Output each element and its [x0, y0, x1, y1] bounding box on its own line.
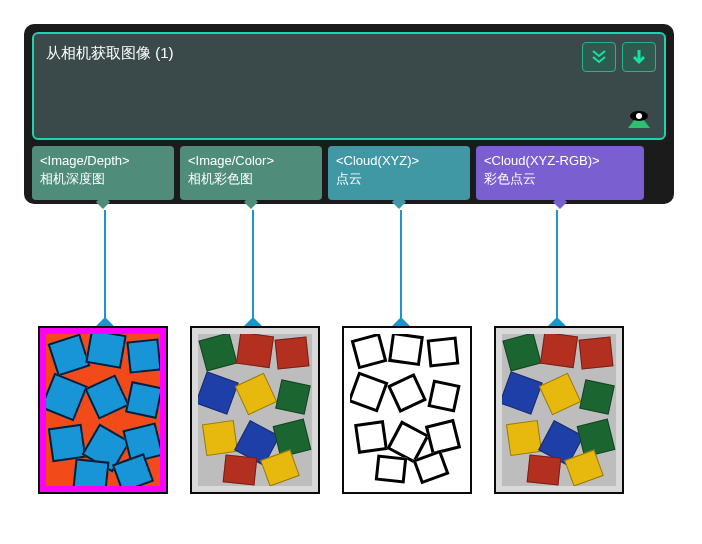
port-label: 点云 — [336, 170, 462, 188]
download-button[interactable] — [622, 42, 656, 72]
thumbnail-content — [350, 334, 464, 486]
port-label: 彩色点云 — [484, 170, 636, 188]
thumbnail-depth — [38, 326, 168, 494]
thumbnail-content — [198, 334, 312, 486]
thumbnail-cloud — [342, 326, 472, 494]
port-label: 相机深度图 — [40, 170, 166, 188]
output-port-depth[interactable]: <Image/Depth> 相机深度图 — [32, 146, 174, 200]
port-type: <Cloud(XYZ-RGB)> — [484, 152, 636, 170]
expand-all-button[interactable] — [582, 42, 616, 72]
port-type: <Cloud(XYZ)> — [336, 152, 462, 170]
visibility-icon[interactable] — [624, 108, 654, 132]
output-port-color[interactable]: <Image/Color> 相机彩色图 — [180, 146, 322, 200]
node-card: 从相机获取图像 (1) < — [24, 24, 674, 204]
thumbnail-color — [190, 326, 320, 494]
svg-point-2 — [636, 113, 642, 119]
thumbnail-content — [46, 334, 160, 486]
double-chevron-down-icon — [590, 48, 608, 66]
thumbnail-content — [502, 334, 616, 486]
node-header[interactable]: 从相机获取图像 (1) — [32, 32, 666, 140]
port-type: <Image/Color> — [188, 152, 314, 170]
thumbnails-row — [38, 326, 624, 494]
arrow-down-icon — [630, 48, 648, 66]
output-port-cloud[interactable]: <Cloud(XYZ)> 点云 — [328, 146, 470, 200]
port-type: <Image/Depth> — [40, 152, 166, 170]
connector-cloud-rgb — [556, 210, 558, 332]
connector-depth — [104, 210, 106, 332]
header-buttons — [582, 42, 656, 72]
thumbnail-cloud-rgb — [494, 326, 624, 494]
node-title: 从相机获取图像 (1) — [46, 44, 652, 63]
connector-cloud — [400, 210, 402, 332]
connector-color — [252, 210, 254, 332]
port-label: 相机彩色图 — [188, 170, 314, 188]
ports-row: <Image/Depth> 相机深度图 <Image/Color> 相机彩色图 … — [32, 146, 666, 200]
output-port-cloud-rgb[interactable]: <Cloud(XYZ-RGB)> 彩色点云 — [476, 146, 644, 200]
